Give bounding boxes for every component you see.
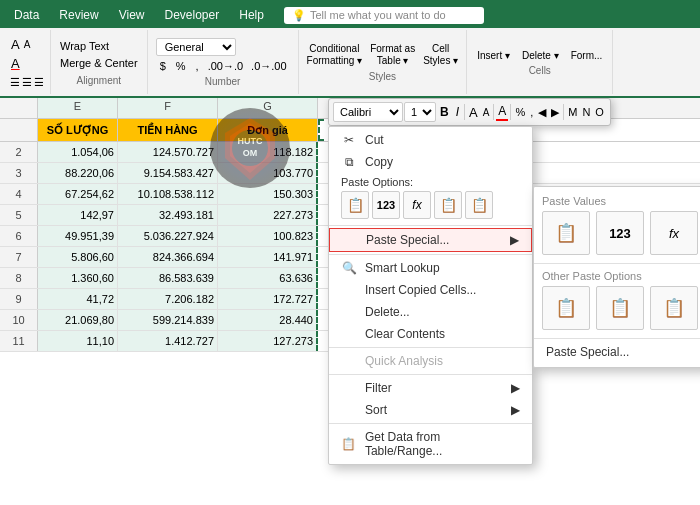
ribbon-tab-developer[interactable]: Developer bbox=[157, 5, 228, 25]
wrap-text-button[interactable]: Wrap Text bbox=[57, 39, 112, 53]
ctx-item-quick-analysis[interactable]: Quick Analysis bbox=[329, 350, 532, 372]
ctx-item-delete[interactable]: Delete... bbox=[329, 301, 532, 323]
mini-font-size-down-icon[interactable]: A bbox=[481, 106, 492, 119]
ribbon-tab-help[interactable]: Help bbox=[231, 5, 272, 25]
cell-f4[interactable]: 10.108.538.112 bbox=[118, 184, 218, 204]
font-size-down-icon[interactable]: A bbox=[23, 38, 32, 51]
cell-e6[interactable]: 49.951,39 bbox=[38, 226, 118, 246]
cell-g9[interactable]: 172.727 bbox=[218, 289, 318, 309]
cell-e7[interactable]: 5.806,60 bbox=[38, 247, 118, 267]
cell-f11[interactable]: 1.412.727 bbox=[118, 331, 218, 351]
mini-comma-icon[interactable]: , bbox=[528, 105, 535, 119]
cell-g11[interactable]: 127.273 bbox=[218, 331, 318, 351]
cell-e1[interactable]: SỐ LƯỢNG bbox=[38, 119, 118, 141]
comma-btn[interactable]: , bbox=[192, 58, 203, 74]
format-combo[interactable]: General Number Currency bbox=[156, 38, 236, 56]
conditional-formatting-button[interactable]: ConditionalFormatting ▾ bbox=[305, 42, 365, 68]
mini-extra-icon2[interactable]: N bbox=[580, 105, 592, 119]
cell-g6[interactable]: 100.823 bbox=[218, 226, 318, 246]
cell-f2[interactable]: 124.570.727 bbox=[118, 142, 218, 162]
format-as-table-button[interactable]: Format asTable ▾ bbox=[368, 42, 417, 68]
percent-btn[interactable]: % bbox=[172, 58, 190, 74]
delete-button[interactable]: Delete ▾ bbox=[518, 49, 563, 62]
merge-center-button[interactable]: Merge & Center bbox=[57, 56, 141, 70]
cell-g3[interactable]: 103.770 bbox=[218, 163, 318, 183]
cell-styles-button[interactable]: CellStyles ▾ bbox=[421, 42, 460, 68]
mini-percent-icon[interactable]: % bbox=[513, 105, 527, 119]
col-header-f[interactable]: F bbox=[118, 98, 218, 118]
cell-g10[interactable]: 28.440 bbox=[218, 310, 318, 330]
ctx-item-sort[interactable]: Sort ▶ bbox=[329, 399, 532, 421]
cell-e9[interactable]: 41,72 bbox=[38, 289, 118, 309]
cell-f7[interactable]: 824.366.694 bbox=[118, 247, 218, 267]
mini-font-combo[interactable]: Calibri bbox=[333, 102, 403, 122]
ctx-item-clear-contents[interactable]: Clear Contents bbox=[329, 323, 532, 345]
paste-icon-btn-2[interactable]: 123 bbox=[372, 191, 400, 219]
cell-f5[interactable]: 32.493.181 bbox=[118, 205, 218, 225]
sub-other-paste-btn-2[interactable]: 📋 bbox=[596, 286, 644, 330]
ctx-item-cut[interactable]: ✂ Cut bbox=[329, 129, 532, 151]
cell-e5[interactable]: 142,97 bbox=[38, 205, 118, 225]
cell-e11[interactable]: 11,10 bbox=[38, 331, 118, 351]
sub-ctx-item-paste-special[interactable]: Paste Special... bbox=[534, 341, 700, 363]
align-right-icon[interactable]: ☰ bbox=[34, 76, 44, 89]
cell-g2[interactable]: 118.182 bbox=[218, 142, 318, 162]
mini-italic-button[interactable]: I bbox=[453, 104, 462, 120]
cell-f6[interactable]: 5.036.227.924 bbox=[118, 226, 218, 246]
ctx-item-get-data[interactable]: 📋 Get Data from Table/Range... bbox=[329, 426, 532, 462]
paste-icon-btn-3[interactable]: fx bbox=[403, 191, 431, 219]
cell-e2[interactable]: 1.054,06 bbox=[38, 142, 118, 162]
cell-g5[interactable]: 227.273 bbox=[218, 205, 318, 225]
sub-other-paste-btn-1[interactable]: 📋 bbox=[542, 286, 590, 330]
sub-other-paste-btn-3[interactable]: 📋 bbox=[650, 286, 698, 330]
ctx-item-copy[interactable]: ⧉ Copy bbox=[329, 151, 532, 173]
underline-red-icon[interactable]: A bbox=[10, 55, 21, 72]
paste-icon-btn-5[interactable]: 📋 bbox=[465, 191, 493, 219]
mini-font-size-up-icon[interactable]: A bbox=[467, 104, 480, 121]
align-center-icon[interactable]: ☰ bbox=[22, 76, 32, 89]
search-box[interactable]: 💡 Tell me what you want to do bbox=[284, 7, 484, 24]
col-header-e[interactable]: E bbox=[38, 98, 118, 118]
ribbon-tab-view[interactable]: View bbox=[111, 5, 153, 25]
mini-increase-icon[interactable]: ▶ bbox=[549, 105, 561, 120]
cell-g7[interactable]: 141.971 bbox=[218, 247, 318, 267]
cell-e8[interactable]: 1.360,60 bbox=[38, 268, 118, 288]
mini-bold-button[interactable]: B bbox=[437, 104, 452, 120]
ctx-item-paste-special[interactable]: Paste Special... ▶ bbox=[329, 228, 532, 252]
cell-g4[interactable]: 150.303 bbox=[218, 184, 318, 204]
cell-e10[interactable]: 21.069,80 bbox=[38, 310, 118, 330]
cell-f10[interactable]: 599.214.839 bbox=[118, 310, 218, 330]
sub-paste-value-btn-2[interactable]: 123 bbox=[596, 211, 644, 255]
cell-g8[interactable]: 63.636 bbox=[218, 268, 318, 288]
copy-icon: ⧉ bbox=[341, 155, 357, 169]
font-size-up-icon[interactable]: A bbox=[10, 36, 21, 53]
ribbon-tab-data[interactable]: Data bbox=[6, 5, 47, 25]
mini-extra-icon1[interactable]: M bbox=[566, 105, 579, 119]
cell-e3[interactable]: 88.220,06 bbox=[38, 163, 118, 183]
ctx-item-insert-copied[interactable]: Insert Copied Cells... bbox=[329, 279, 532, 301]
paste-icon-btn-4[interactable]: 📋 bbox=[434, 191, 462, 219]
col-header-g[interactable]: G bbox=[218, 98, 318, 118]
mini-extra-icon3[interactable]: O bbox=[593, 105, 606, 119]
mini-font-color-icon[interactable]: A bbox=[496, 103, 508, 121]
paste-icon-btn-1[interactable]: 📋 bbox=[341, 191, 369, 219]
cell-f8[interactable]: 86.583.639 bbox=[118, 268, 218, 288]
ribbon-tab-review[interactable]: Review bbox=[51, 5, 106, 25]
sub-paste-value-btn-3[interactable]: fx bbox=[650, 211, 698, 255]
mini-decrease-icon[interactable]: ◀ bbox=[536, 105, 548, 120]
cell-f3[interactable]: 9.154.583.427 bbox=[118, 163, 218, 183]
cell-f1[interactable]: TIỀN HÀNG bbox=[118, 119, 218, 141]
align-left-icon[interactable]: ☰ bbox=[10, 76, 20, 89]
increase-decimal-btn[interactable]: .0→.00 bbox=[248, 59, 289, 73]
currency-btn[interactable]: $ bbox=[156, 58, 170, 74]
ctx-item-smart-lookup[interactable]: 🔍 Smart Lookup bbox=[329, 257, 532, 279]
decrease-decimal-btn[interactable]: .00→.0 bbox=[205, 59, 246, 73]
cell-e4[interactable]: 67.254,62 bbox=[38, 184, 118, 204]
ctx-item-filter[interactable]: Filter ▶ bbox=[329, 377, 532, 399]
cell-g1[interactable]: Đơn giá bbox=[218, 119, 318, 141]
insert-button[interactable]: Insert ▾ bbox=[473, 49, 514, 62]
mini-size-combo[interactable]: 11 bbox=[404, 102, 436, 122]
format-button[interactable]: Form... bbox=[567, 49, 607, 62]
cell-f9[interactable]: 7.206.182 bbox=[118, 289, 218, 309]
sub-paste-value-btn-1[interactable]: 📋 bbox=[542, 211, 590, 255]
